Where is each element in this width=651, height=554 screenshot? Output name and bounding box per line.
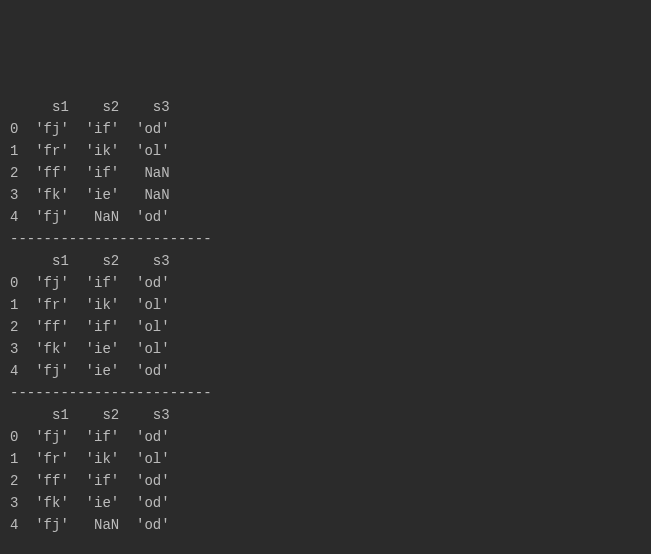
output-line: ------------------------ (10, 382, 641, 404)
output-line: 1 'fr' 'ik' 'ol' (10, 448, 641, 470)
output-line: 3 'fk' 'ie' 'od' (10, 492, 641, 514)
output-line: s1 s2 s3 (10, 404, 641, 426)
output-line: 3 'fk' 'ie' 'ol' (10, 338, 641, 360)
output-line: ------------------------ (10, 228, 641, 250)
output-line: s1 s2 s3 (10, 96, 641, 118)
output-line: 4 'fj' 'ie' 'od' (10, 360, 641, 382)
output-line: 3 'fk' 'ie' NaN (10, 184, 641, 206)
output-line: 2 'ff' 'if' 'od' (10, 470, 641, 492)
output-line: 0 'fj' 'if' 'od' (10, 272, 641, 294)
output-line: 4 'fj' NaN 'od' (10, 206, 641, 228)
output-line (10, 536, 641, 554)
output-line: 1 'fr' 'ik' 'ol' (10, 140, 641, 162)
output-line: s1 s2 s3 (10, 250, 641, 272)
output-line: 4 'fj' NaN 'od' (10, 514, 641, 536)
output-line: 2 'ff' 'if' NaN (10, 162, 641, 184)
output-line: 2 'ff' 'if' 'ol' (10, 316, 641, 338)
console-output: s1 s2 s30 'fj' 'if' 'od'1 'fr' 'ik' 'ol'… (10, 96, 641, 554)
output-line: 0 'fj' 'if' 'od' (10, 426, 641, 448)
output-line: 1 'fr' 'ik' 'ol' (10, 294, 641, 316)
output-line: 0 'fj' 'if' 'od' (10, 118, 641, 140)
